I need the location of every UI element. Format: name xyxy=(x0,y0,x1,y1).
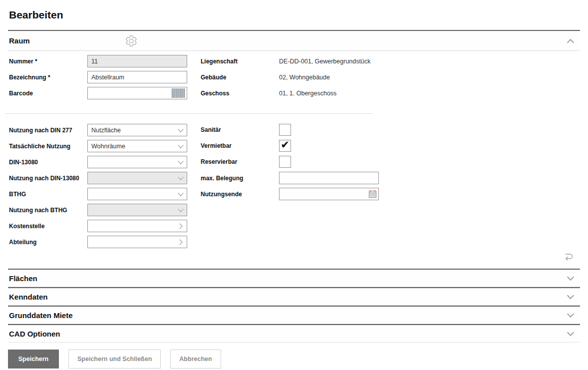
field-row-max-belegung: max. Belegung xyxy=(200,172,409,184)
geschoss-value: 01, 1. Obergeschoss xyxy=(279,90,336,97)
footer-button-bar: Speichern Speichern und Schließen Abbrec… xyxy=(8,350,580,369)
field-row-nutzung-bthg: Nutzung nach BTHG xyxy=(8,204,580,216)
field-row-liegenschaft: Liegenschaft DE-DD-001, Gewerbegrundstüc… xyxy=(200,55,409,67)
chevron-down-icon[interactable] xyxy=(567,292,574,299)
section-flaechen-title: Flächen xyxy=(8,274,37,283)
nutzung-din277-select[interactable]: Nutzfläche xyxy=(87,124,187,136)
tatsaechliche-nutzung-select[interactable]: Wohnräume xyxy=(87,140,187,152)
sanitaer-checkbox[interactable] xyxy=(279,124,291,136)
gebaeude-value: 02, Wohngebäude xyxy=(279,74,330,81)
field-row-geschoss: Geschoss 01, 1. Obergeschoss xyxy=(200,87,409,99)
gebaeude-label: Gebäude xyxy=(201,74,279,81)
din13080-label: DIN-13080 xyxy=(9,159,87,166)
section-raum: Raum Nummer * Bezeichnung * xyxy=(8,30,580,269)
section-cad-optionen: CAD Optionen xyxy=(8,324,580,343)
barcode-label: Barcode xyxy=(9,90,87,97)
sanitaer-label: Sanitär xyxy=(201,126,279,133)
reservierbar-label: Reservierbar xyxy=(201,158,279,165)
section-raum-title: Raum xyxy=(8,36,30,45)
liegenschaft-value: DE-DD-001, Gewerbegrundstück xyxy=(279,58,370,65)
group-divider xyxy=(5,113,373,114)
cancel-button[interactable]: Abbrechen xyxy=(170,350,221,369)
raum-top-group: Nummer * Bezeichnung * Barcode L xyxy=(8,55,580,99)
chevron-down-icon[interactable] xyxy=(567,329,574,336)
gear-icon[interactable] xyxy=(125,34,138,47)
field-row-sanitaer: Sanitär xyxy=(200,124,409,136)
barcode-field xyxy=(87,87,187,99)
field-row-kostenstelle: Kostenstelle xyxy=(8,220,580,232)
kostenstelle-label: Kostenstelle xyxy=(9,223,87,230)
kostenstelle-lookup[interactable] xyxy=(87,220,187,232)
chevron-down-icon xyxy=(178,126,183,132)
max-belegung-label: max. Belegung xyxy=(201,175,279,182)
liegenschaft-label: Liegenschaft xyxy=(201,58,279,65)
chevron-up-icon[interactable] xyxy=(567,39,574,46)
nutzung-din277-value: Nutzfläche xyxy=(91,127,121,134)
field-row-reservierbar: Reservierbar xyxy=(200,156,409,168)
vermietbar-label: Vermietbar xyxy=(201,142,279,149)
chevron-down-icon xyxy=(178,158,183,164)
field-row-abteilung: Abteilung xyxy=(8,236,580,248)
geschoss-label: Geschoss xyxy=(201,90,279,97)
save-and-close-button[interactable]: Speichern und Schließen xyxy=(68,350,161,369)
section-flaechen-header[interactable]: Flächen xyxy=(8,270,580,287)
nutzungsende-input[interactable] xyxy=(279,188,379,200)
section-grunddaten-miete-header[interactable]: Grunddaten Miete xyxy=(8,307,580,324)
chevron-right-icon xyxy=(177,223,182,229)
barcode-icon xyxy=(172,88,185,98)
tatsaechliche-nutzung-value: Wohnräume xyxy=(91,143,125,150)
field-row-gebaeude: Gebäude 02, Wohngebäude xyxy=(200,71,409,83)
abteilung-label: Abteilung xyxy=(9,239,87,246)
nummer-input xyxy=(87,55,187,67)
nutzung-bthg-label: Nutzung nach BTHG xyxy=(9,207,87,214)
section-kenndaten-title: Kenndaten xyxy=(8,293,48,301)
reservierbar-checkbox[interactable] xyxy=(279,156,291,168)
chevron-down-icon xyxy=(178,174,183,180)
chevron-down-icon[interactable] xyxy=(567,311,574,318)
chevron-down-icon[interactable] xyxy=(567,274,574,281)
section-kenndaten-header[interactable]: Kenndaten xyxy=(8,288,580,306)
nutzung-bthg-select xyxy=(87,204,187,216)
calendar-icon[interactable] xyxy=(368,190,377,200)
undo-icon[interactable] xyxy=(563,252,574,264)
vermietbar-checkbox[interactable]: ✔ xyxy=(279,140,291,152)
section-cad-optionen-title: CAD Optionen xyxy=(8,330,60,338)
page-title: Bearbeiten xyxy=(9,7,580,22)
section-raum-body: Nummer * Bezeichnung * Barcode L xyxy=(8,51,580,269)
section-grunddaten-miete-title: Grunddaten Miete xyxy=(8,311,73,320)
abteilung-lookup[interactable] xyxy=(87,236,187,248)
bthg-label: BTHG xyxy=(9,191,87,198)
section-flaechen: Flächen xyxy=(8,269,580,287)
max-belegung-input[interactable] xyxy=(279,172,379,184)
save-button[interactable]: Speichern xyxy=(8,350,59,369)
tatsaechliche-nutzung-label: Tatsächliche Nutzung xyxy=(9,143,87,150)
din13080-select[interactable] xyxy=(87,156,187,168)
undo-row xyxy=(8,252,580,264)
section-cad-optionen-header[interactable]: CAD Optionen xyxy=(8,325,580,343)
nutzung-din277-label: Nutzung nach DIN 277 xyxy=(9,127,87,134)
section-grunddaten-miete: Grunddaten Miete xyxy=(8,306,580,324)
nutzungsende-label: Nutzungsende xyxy=(201,191,279,198)
nummer-label: Nummer * xyxy=(9,58,87,65)
raum-readonly-column: Liegenschaft DE-DD-001, Gewerbegrundstüc… xyxy=(200,55,409,103)
raum-bottom-group: Nutzung nach DIN 277 Nutzfläche Tatsächl… xyxy=(8,124,580,248)
nutzungsende-field xyxy=(279,188,379,200)
chevron-right-icon xyxy=(177,239,182,245)
chevron-down-icon xyxy=(178,206,183,212)
field-row-vermietbar: Vermietbar ✔ xyxy=(200,140,409,152)
section-kenndaten: Kenndaten xyxy=(8,287,580,306)
section-raum-header[interactable]: Raum xyxy=(8,31,580,51)
nutzung-din13080-select xyxy=(87,172,187,184)
field-row-nutzungsende: Nutzungsende xyxy=(200,188,409,200)
chevron-down-icon xyxy=(178,190,183,196)
chevron-down-icon xyxy=(178,142,183,148)
bezeichnung-input[interactable] xyxy=(87,71,187,83)
nutzung-din13080-label: Nutzung nach DIN-13080 xyxy=(9,175,87,182)
check-icon: ✔ xyxy=(281,140,290,150)
bthg-select[interactable] xyxy=(87,188,187,200)
raum-options-column: Sanitär Vermietbar ✔ Reservierbar xyxy=(200,124,409,204)
edit-page: Bearbeiten Raum Nummer * Bezeichnung * xyxy=(0,0,588,369)
bezeichnung-label: Bezeichnung * xyxy=(9,74,87,81)
